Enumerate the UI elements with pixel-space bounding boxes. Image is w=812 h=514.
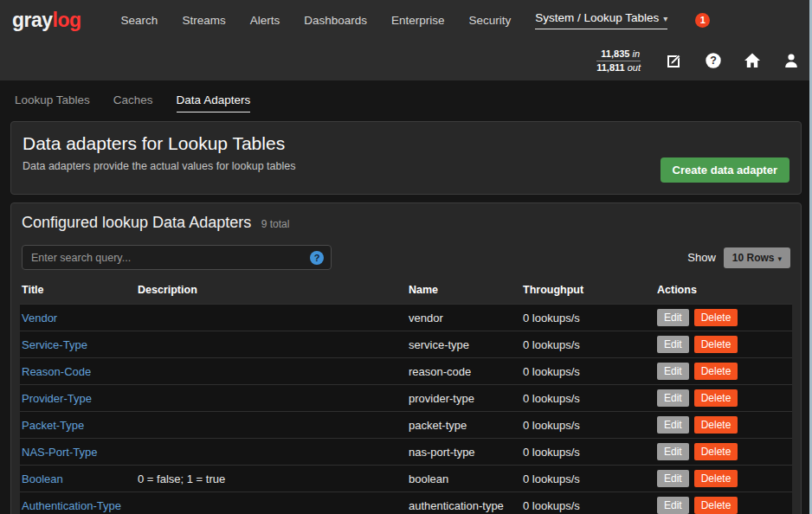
nav-item[interactable]: Enterprise▾ — [391, 14, 445, 27]
throughput-cell: 0 lookups/s — [521, 466, 655, 492]
tab-item[interactable]: Lookup Tables — [15, 93, 90, 112]
column-header: Actions — [655, 279, 792, 305]
rows-dropdown-button[interactable]: 10 Rows▾ — [724, 247, 790, 268]
page-title: Data adapters for Lookup Tables — [23, 133, 789, 154]
top-navbar: graylog Search▾ Streams▾ Alerts▾ Dashboa… — [0, 0, 812, 80]
navbar-icons: ? — [665, 51, 800, 69]
title-cell: Boolean — [20, 466, 136, 492]
throughput-cell: 0 lookups/s — [521, 492, 655, 514]
chevron-down-icon: ▾ — [663, 14, 667, 23]
edit-button[interactable]: Edit — [657, 363, 689, 380]
edit-button[interactable]: Edit — [657, 470, 689, 487]
title-cell: Service-Type — [20, 331, 136, 358]
throughput-cell: 0 lookups/s — [521, 305, 655, 331]
actions-cell: EditDelete — [655, 439, 792, 466]
create-data-adapter-button[interactable]: Create data adapter — [661, 157, 789, 183]
help-icon[interactable]: ? — [704, 51, 722, 69]
actions-cell: EditDelete — [655, 358, 792, 385]
description-cell — [136, 358, 407, 385]
edit-button[interactable]: Edit — [657, 497, 689, 514]
show-label: Show — [687, 251, 716, 264]
tab-label: Caches — [113, 93, 153, 106]
nav-item[interactable]: Search▾ — [121, 14, 158, 27]
description-cell — [136, 412, 407, 439]
nav-item[interactable]: System / Lookup Tables▾ — [535, 11, 667, 29]
page-content: Data adapters for Lookup Tables Data ada… — [0, 121, 812, 514]
name-cell: service-type — [407, 331, 521, 358]
search-input[interactable] — [22, 245, 332, 270]
nav-item[interactable]: Security▾ — [468, 14, 511, 27]
tab-item[interactable]: Caches — [113, 93, 153, 112]
delete-button[interactable]: Delete — [694, 336, 738, 353]
delete-button[interactable]: Delete — [694, 443, 738, 460]
table-header-row: Title Description Name Throughput Action… — [20, 279, 792, 305]
description-cell — [136, 331, 407, 358]
name-cell: boolean — [407, 466, 521, 492]
column-header: Name — [407, 279, 521, 305]
title-cell: Provider-Type — [20, 385, 136, 412]
table-row: Packet-Type packet-type 0 lookups/s Edit… — [20, 412, 792, 439]
actions-cell: EditDelete — [655, 412, 792, 439]
delete-button[interactable]: Delete — [694, 497, 738, 514]
search-help-icon[interactable]: ? — [310, 251, 324, 265]
delete-button[interactable]: Delete — [694, 470, 738, 487]
logo-text-gray: gray — [12, 9, 53, 31]
navbar-secondary-row: 11,835 in 11,811 out ? — [0, 40, 812, 80]
edit-button[interactable]: Edit — [657, 443, 689, 460]
main-nav: Search▾ Streams▾ Alerts▾ Dashboards▾ Ent… — [121, 11, 668, 29]
actions-cell: EditDelete — [655, 385, 792, 412]
delete-button[interactable]: Delete — [694, 309, 738, 326]
name-cell: reason-code — [407, 358, 521, 385]
throughput-cell: 0 lookups/s — [521, 385, 655, 412]
edit-button[interactable]: Edit — [657, 309, 689, 326]
notification-badge[interactable]: 1 — [695, 13, 710, 28]
adapter-title-link[interactable]: Vendor — [22, 312, 57, 324]
table-controls: ? Show 10 Rows▾ — [20, 245, 792, 270]
table-row: Provider-Type provider-type 0 lookups/s … — [20, 385, 792, 412]
throughput-cell: 0 lookups/s — [521, 439, 655, 466]
adapter-title-link[interactable]: NAS-Port-Type — [22, 446, 97, 459]
adapter-title-link[interactable]: Reason-Code — [22, 365, 91, 378]
nav-item[interactable]: Dashboards▾ — [304, 14, 367, 27]
nav-item-label: Alerts — [250, 14, 280, 27]
nav-item-label: System / Lookup Tables — [535, 11, 659, 24]
column-header: Throughput — [521, 279, 655, 305]
adapter-title-link[interactable]: Service-Type — [22, 338, 87, 351]
adapter-title-link[interactable]: Boolean — [22, 472, 63, 485]
user-icon[interactable] — [782, 51, 800, 69]
title-cell: Reason-Code — [20, 358, 136, 385]
table-row: Vendor vendor 0 lookups/s EditDelete — [20, 305, 792, 331]
description-cell — [136, 439, 407, 466]
description-cell — [136, 305, 407, 331]
adapter-title-link[interactable]: Provider-Type — [22, 392, 92, 405]
title-cell: Packet-Type — [20, 412, 136, 439]
tab-item[interactable]: Data Adapters — [177, 93, 251, 112]
home-icon[interactable] — [743, 51, 761, 69]
description-cell — [136, 385, 407, 412]
edit-button[interactable]: Edit — [657, 336, 689, 353]
delete-button[interactable]: Delete — [694, 363, 738, 380]
adapters-panel: Configured lookup Data Adapters 9 total … — [10, 202, 802, 514]
adapter-title-link[interactable]: Authentication-Type — [22, 499, 121, 512]
title-cell: Authentication-Type — [20, 492, 136, 514]
nav-item-label: Security — [468, 14, 511, 27]
nav-item[interactable]: Alerts▾ — [250, 14, 280, 27]
table-row: Service-Type service-type 0 lookups/s Ed… — [20, 331, 792, 358]
page-size-control: Show 10 Rows▾ — [687, 247, 790, 268]
graylog-logo[interactable]: graylog — [12, 9, 81, 32]
delete-button[interactable]: Delete — [694, 416, 738, 434]
nav-item-label: Enterprise — [391, 14, 445, 27]
compose-icon[interactable] — [665, 51, 683, 69]
name-cell: provider-type — [407, 385, 521, 412]
rows-dropdown-label: 10 Rows — [732, 252, 775, 264]
table-row: Authentication-Type authentication-type … — [20, 492, 792, 514]
edit-button[interactable]: Edit — [657, 389, 689, 407]
column-header: Description — [136, 279, 407, 305]
throughput-out: 11,811 out — [596, 61, 641, 74]
nav-item[interactable]: Streams▾ — [182, 14, 225, 27]
edit-button[interactable]: Edit — [657, 416, 689, 434]
nav-item-label: Dashboards — [304, 14, 367, 27]
delete-button[interactable]: Delete — [694, 389, 738, 407]
description-cell — [136, 492, 407, 514]
adapter-title-link[interactable]: Packet-Type — [22, 419, 84, 432]
